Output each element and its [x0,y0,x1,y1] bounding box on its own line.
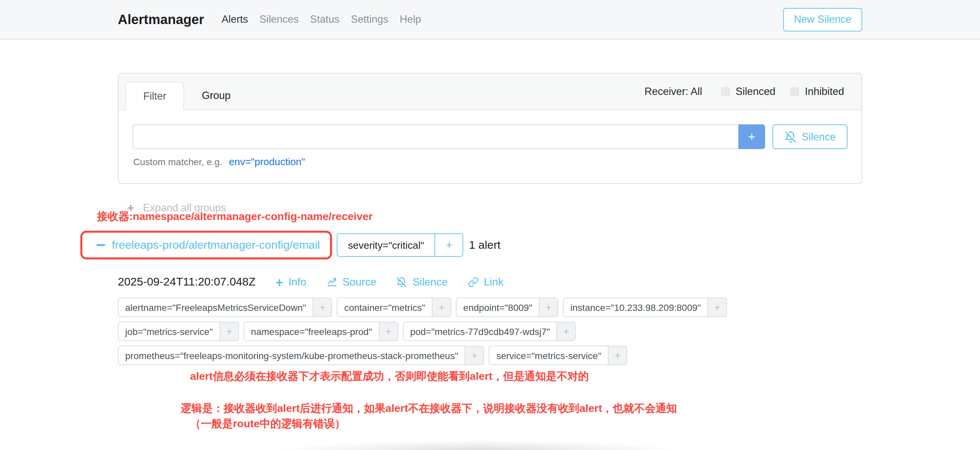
label-button[interactable]: job="metrics-service" [118,322,220,340]
alert-label: job="metrics-service" + [118,322,239,341]
annotation-logic-line1: 逻辑是：接收器收到alert后进行通知，如果alert不在接收器下，说明接收器没… [181,401,862,416]
main-nav: Alerts Silences Status Settings Help [221,13,421,25]
filter-options: Receiver: All Silenced Inhibited [644,86,844,98]
filter-tabs: Filter Group [125,82,248,110]
label-button[interactable]: namespace="freeleaps-prod" [244,322,379,340]
label-add-filter-button[interactable]: + [313,298,331,316]
alert-group-row: freeleaps-prod/alertmanager-config/email… [80,231,862,260]
alert-label: namespace="freeleaps-prod" + [243,322,398,341]
tab-group[interactable]: Group [185,82,248,109]
receiver-group-name: freeleaps-prod/alertmanager-config/email [112,238,320,252]
group-matcher-add-button[interactable]: + [435,235,463,256]
label-add-filter-button[interactable]: + [432,298,450,316]
tab-filter[interactable]: Filter [125,82,185,110]
alert-info-button[interactable]: + Info [275,276,306,288]
annotation-receiver-note: 接收器:namespace/altermanager-config-name/r… [97,210,372,224]
label-add-filter-button[interactable]: + [708,298,726,316]
minus-icon [96,244,105,246]
alert-label: container="metrics" + [337,298,451,317]
alert-link-link[interactable]: Link [468,276,503,288]
label-add-filter-button[interactable]: + [608,346,627,364]
alertmanager-page: Alertmanager Alerts Silences Status Sett… [0,0,980,450]
alert-label: alertname="FreeleapsMetricsServiceDown" … [118,298,332,317]
inhibited-checkbox-label: Inhibited [805,86,844,98]
filter-panel-body: + Silence Cus [118,110,862,183]
annotation-logic-note: 逻辑是：接收器收到alert后进行通知，如果alert不在接收器下，说明接收器没… [181,401,862,431]
matcher-example-link[interactable]: env="production" [229,156,305,167]
main-content: Filter Group Receiver: All Silenced Inhi… [118,40,862,431]
label-button[interactable]: service="metrics-service" [490,346,608,364]
alert-labels: alertname="FreeleapsMetricsServiceDown" … [118,298,862,365]
bell-slash-icon [396,277,407,287]
navbar: Alertmanager Alerts Silences Status Sett… [0,0,980,40]
matcher-input[interactable] [132,124,738,149]
annotation-highlight-box: freeleaps-prod/alertmanager-config/email [80,231,332,260]
filter-panel: Filter Group Receiver: All Silenced Inhi… [118,73,862,184]
plus-icon: + [275,276,283,288]
receiver-group-toggle[interactable]: freeleaps-prod/alertmanager-config/email [96,238,320,252]
alert-label: service="metrics-service" + [489,346,627,365]
label-add-filter-button[interactable]: + [379,322,397,340]
inhibited-checkbox[interactable] [790,87,800,96]
screenshot-shadow [220,439,739,450]
label-button[interactable]: instance="10.233.98.209:8009" [564,298,708,316]
group-matcher: severity="critical" + [337,234,463,257]
silenced-checkbox[interactable] [721,87,730,96]
hint-text: Custom matcher, e.g. [133,157,222,167]
matcher-hint: Custom matcher, e.g. env="production" [132,156,848,167]
label-button[interactable]: alertname="FreeleapsMetricsServiceDown" [118,298,313,316]
silenced-checkbox-label: Silenced [736,86,775,98]
filter-panel-header: Filter Group Receiver: All Silenced Inhi… [118,74,862,110]
alert-timestamp: 2025-09-24T11:20:07.048Z [118,276,255,289]
bell-slash-icon [784,131,796,143]
link-icon [468,277,478,287]
label-add-filter-button[interactable]: + [557,322,575,340]
alert-count: 1 alert [469,238,501,252]
add-matcher-button[interactable]: + [738,124,765,149]
alert-item: 2025-09-24T11:20:07.048Z + Info Source [118,276,862,365]
label-add-filter-button[interactable]: + [220,322,238,340]
alert-label: instance="10.233.98.209:8009" + [563,298,727,317]
receiver-filter-dropdown[interactable]: Receiver: All [644,86,702,98]
alert-label: pod="metrics-77d9cdb497-wdsj7" + [402,322,576,341]
nav-help[interactable]: Help [399,13,421,25]
label-button[interactable]: prometheus="freeleaps-monitoring-system/… [118,346,465,364]
alert-label: endpoint="8009" + [456,298,558,317]
nav-silences[interactable]: Silences [259,13,299,25]
group-matcher-button[interactable]: severity="critical" [337,235,435,256]
label-add-filter-button[interactable]: + [465,346,484,364]
nav-status[interactable]: Status [310,13,339,25]
groups-toolbar: + Expand all groups 接收器:namespace/alterm… [118,202,862,217]
annotation-alert-note: alert信息必须在接收器下才表示配置成功，否则即使能看到alert，但是通知是… [190,370,862,384]
alert-silence-link[interactable]: Silence [396,276,447,288]
label-add-filter-button[interactable]: + [539,298,558,316]
silence-from-filter-button[interactable]: Silence [773,124,848,149]
matcher-input-group: + [132,124,765,149]
alert-label: prometheus="freeleaps-monitoring-system/… [118,346,484,365]
new-silence-button[interactable]: New Silence [783,8,862,31]
chart-line-icon [326,277,337,287]
alert-header: 2025-09-24T11:20:07.048Z + Info Source [118,276,862,289]
label-button[interactable]: endpoint="8009" [457,298,539,316]
brand[interactable]: Alertmanager [118,12,204,27]
annotation-logic-line2: （一般是route中的逻辑有错误） [190,416,862,431]
label-button[interactable]: container="metrics" [337,298,432,316]
alert-source-link[interactable]: Source [326,276,376,288]
nav-alerts[interactable]: Alerts [221,13,248,25]
nav-settings[interactable]: Settings [351,13,388,25]
label-button[interactable]: pod="metrics-77d9cdb497-wdsj7" [403,322,557,340]
